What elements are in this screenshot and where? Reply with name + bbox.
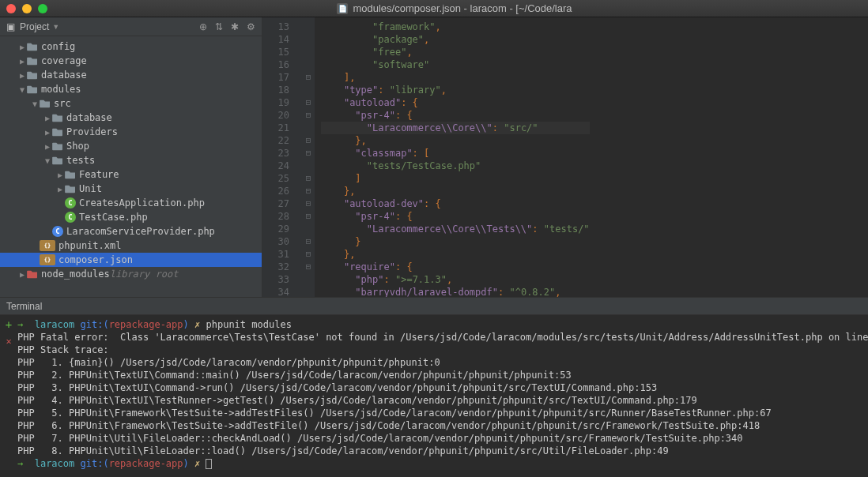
terminal-header[interactable]: Terminal (0, 298, 868, 315)
fold-marker[interactable]: ⊟ (302, 261, 315, 273)
tree-node-coverage[interactable]: ▶coverage (0, 54, 262, 68)
sidebar-header[interactable]: ▣ Project ▼ ⊕ ⇅ ✱ ⚙ (0, 17, 262, 36)
sidebar-title: Project (20, 21, 49, 32)
code-editor[interactable]: 1314151617181920212223242526272829303132… (262, 17, 868, 297)
code-content[interactable]: "framework", "package", "free", "softwar… (315, 17, 590, 297)
fold-marker[interactable]: ⊟ (302, 71, 315, 84)
fold-marker (302, 33, 315, 46)
code-line[interactable]: "autoload-dev": { (321, 197, 590, 210)
fold-marker[interactable]: ⊟ (302, 185, 315, 197)
code-line[interactable]: "php": ">=7.1.3", (321, 273, 590, 286)
tree-node-modules[interactable]: ▼modules (0, 82, 262, 96)
terminal-line: PHP Fatal error: Class 'Laracommerce\Tes… (17, 331, 868, 344)
chevron-down-icon[interactable]: ▼ (52, 23, 59, 31)
code-line[interactable]: ] (321, 172, 590, 185)
project-tree[interactable]: ▶config▶coverage▶database▼modules▼src▶da… (0, 36, 262, 297)
close-terminal-button[interactable]: ✕ (6, 336, 11, 347)
gear-icon[interactable]: ⚙ (247, 21, 255, 32)
code-line[interactable]: }, (321, 185, 590, 197)
collapse-icon[interactable]: ⇅ (215, 21, 223, 32)
expand-arrow[interactable]: ▶ (43, 142, 52, 151)
code-line[interactable]: "Laracommerce\\Core\\": "src/" (321, 122, 590, 134)
line-number: 15 (262, 46, 289, 58)
line-number: 31 (262, 248, 289, 261)
tree-node-src[interactable]: ▼src (0, 96, 262, 111)
locate-icon[interactable]: ⊕ (199, 21, 207, 32)
expand-arrow[interactable]: ▼ (30, 100, 40, 108)
terminal-line: PHP 1. {main}() /Users/jsd/Code/laracom/… (17, 356, 868, 369)
code-line[interactable]: "require": { (321, 261, 590, 273)
close-window-button[interactable] (6, 4, 16, 13)
code-line[interactable]: "barryvdh/laravel-dompdf": "^0.8.2", (321, 286, 590, 297)
code-line[interactable]: } (321, 235, 590, 248)
tree-node-laracomserviceprovider-php[interactable]: CLaracomServiceProvider.php (0, 224, 262, 238)
code-line[interactable]: "tests/TestCase.php" (321, 160, 590, 172)
tree-node-feature[interactable]: ▶Feature (0, 167, 262, 182)
folder-icon (52, 156, 63, 165)
terminal-line: PHP Stack trace: (17, 344, 868, 356)
code-line[interactable]: ], (321, 71, 590, 84)
tree-node-config[interactable]: ▶config (0, 39, 262, 54)
expand-arrow[interactable]: ▼ (43, 156, 52, 165)
code-line[interactable]: }, (321, 248, 590, 261)
expand-arrow[interactable]: ▶ (17, 43, 27, 51)
code-line[interactable]: "package", (321, 33, 590, 46)
code-line[interactable]: "type": "library", (321, 84, 590, 96)
fold-marker (302, 122, 315, 134)
code-line[interactable]: "autoload": { (321, 96, 590, 109)
expand-arrow[interactable]: ▶ (17, 57, 27, 66)
tree-node-database[interactable]: ▶database (0, 111, 262, 125)
expand-arrow[interactable]: ▶ (43, 114, 52, 122)
php-class-icon: C (65, 197, 76, 208)
tree-node-providers[interactable]: ▶Providers (0, 125, 262, 139)
fold-marker[interactable]: ⊟ (302, 235, 315, 248)
line-number: 19 (262, 96, 289, 109)
fold-column[interactable]: ⊟⊟⊟⊟⊟⊟⊟⊟⊟⊟⊟⊟ (302, 17, 315, 297)
tree-node-unit[interactable]: ▶Unit (0, 182, 262, 196)
fold-marker[interactable]: ⊟ (302, 109, 315, 122)
tree-node-phpunit-xml[interactable]: {}phpunit.xml (0, 238, 262, 253)
expand-arrow[interactable]: ▶ (17, 71, 27, 80)
tree-node-testcase-php[interactable]: CTestCase.php (0, 210, 262, 224)
tree-node-label: TestCase.php (79, 212, 148, 223)
fold-marker[interactable]: ⊟ (302, 210, 315, 223)
tree-node-createsapplication-php[interactable]: CCreatesApplication.php (0, 196, 262, 210)
line-number: 25 (262, 172, 289, 185)
maximize-window-button[interactable] (38, 4, 47, 13)
fold-marker[interactable]: ⊟ (302, 248, 315, 261)
fold-marker[interactable]: ⊟ (302, 197, 315, 210)
code-line[interactable]: "framework", (321, 21, 590, 33)
fold-marker[interactable]: ⊟ (302, 147, 315, 160)
php-class-icon: C (65, 212, 76, 223)
terminal-panel: Terminal + ✕ → laracom git:(repackage-ap… (0, 297, 868, 477)
fold-marker[interactable]: ⊟ (302, 134, 315, 147)
tree-node-shop[interactable]: ▶Shop (0, 139, 262, 153)
settings-icon[interactable]: ✱ (231, 21, 239, 32)
tree-node-composer-json[interactable]: {}composer.json (0, 253, 262, 267)
code-line[interactable]: "Laracommerce\\Core\\Tests\\": "tests/" (321, 223, 590, 235)
expand-arrow[interactable]: ▶ (55, 171, 65, 179)
code-line[interactable]: "free", (321, 46, 590, 58)
expand-arrow[interactable]: ▼ (17, 85, 27, 94)
code-line[interactable]: "software" (321, 58, 590, 71)
code-line[interactable]: "psr-4": { (321, 210, 590, 223)
tree-node-node-modules[interactable]: ▶node_modules library root (0, 267, 262, 281)
folder-icon (52, 113, 63, 122)
expand-arrow[interactable]: ▶ (17, 270, 27, 279)
fold-marker[interactable]: ⊟ (302, 172, 315, 185)
sidebar-tools: ⊕ ⇅ ✱ ⚙ (199, 21, 255, 32)
expand-arrow[interactable]: ▶ (55, 185, 65, 193)
terminal-line: → laracom git:(repackage-app) ✗ (17, 457, 868, 470)
terminal-content[interactable]: → laracom git:(repackage-app) ✗ phpunit … (17, 315, 868, 477)
expand-arrow[interactable]: ▶ (43, 128, 52, 137)
new-terminal-button[interactable]: + (6, 318, 12, 331)
line-number: 13 (262, 21, 289, 33)
tree-node-database[interactable]: ▶database (0, 68, 262, 82)
tree-node-tests[interactable]: ▼tests (0, 153, 262, 167)
code-line[interactable]: "psr-4": { (321, 109, 590, 122)
tree-node-label: Feature (79, 169, 119, 180)
code-line[interactable]: "classmap": [ (321, 147, 590, 160)
fold-marker[interactable]: ⊟ (302, 96, 315, 109)
code-line[interactable]: }, (321, 134, 590, 147)
minimize-window-button[interactable] (22, 4, 32, 13)
